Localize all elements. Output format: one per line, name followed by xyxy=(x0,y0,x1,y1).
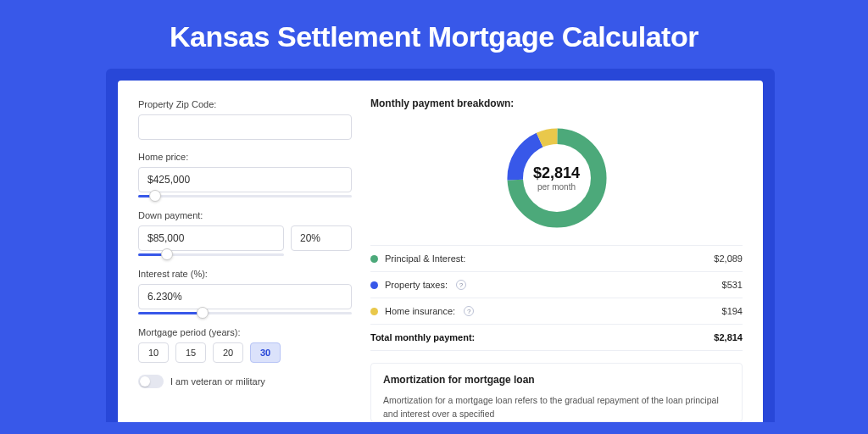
zip-input[interactable] xyxy=(138,114,352,140)
legend-total-label: Total monthly payment: xyxy=(370,332,475,342)
veteran-toggle[interactable] xyxy=(138,375,164,388)
breakdown-title: Monthly payment breakdown: xyxy=(370,97,743,109)
donut-chart-area: $2,814 per month xyxy=(370,120,743,245)
period-option-15[interactable]: 15 xyxy=(175,342,206,363)
legend-value: $2,089 xyxy=(714,253,743,264)
donut-center-sub: per month xyxy=(537,182,576,192)
page-title: Kansas Settlement Mortgage Calculator xyxy=(0,0,868,69)
form-panel: Property Zip Code: Home price: Down paym… xyxy=(138,97,352,422)
legend-row-taxes: Property taxes: ? $531 xyxy=(370,272,743,298)
home-price-label: Home price: xyxy=(138,152,352,162)
amortization-text: Amortization for a mortgage loan refers … xyxy=(383,394,730,421)
down-payment-slider[interactable] xyxy=(138,250,284,262)
legend-row-principal: Principal & Interest: $2,089 xyxy=(370,246,743,272)
period-label: Mortgage period (years): xyxy=(138,327,352,337)
interest-rate-input[interactable] xyxy=(138,284,352,309)
info-icon[interactable]: ? xyxy=(464,306,474,316)
legend-label: Principal & Interest: xyxy=(385,253,465,264)
donut-chart: $2,814 per month xyxy=(502,123,612,233)
calculator-frame: Property Zip Code: Home price: Down paym… xyxy=(106,69,775,422)
legend-total-value: $2,814 xyxy=(714,332,743,342)
amortization-section: Amortization for mortgage loan Amortizat… xyxy=(370,363,743,422)
veteran-label: I am veteran or military xyxy=(170,376,265,387)
legend-row-total: Total monthly payment: $2,814 xyxy=(370,325,743,351)
period-option-30[interactable]: 30 xyxy=(250,342,281,363)
breakdown-panel: Monthly payment breakdown: $2,814 per mo… xyxy=(352,97,743,422)
period-options: 10 15 20 30 xyxy=(138,342,352,363)
down-payment-amount-input[interactable] xyxy=(138,225,284,251)
period-option-10[interactable]: 10 xyxy=(138,342,169,363)
legend-value: $531 xyxy=(722,280,743,290)
dot-icon xyxy=(370,255,378,263)
period-option-20[interactable]: 20 xyxy=(213,342,243,363)
dot-icon xyxy=(370,308,378,315)
amortization-title: Amortization for mortgage loan xyxy=(383,374,730,386)
dot-icon xyxy=(370,281,378,289)
interest-rate-slider[interactable] xyxy=(138,309,352,320)
legend-value: $194 xyxy=(722,306,743,316)
donut-center-value: $2,814 xyxy=(533,164,580,182)
zip-label: Property Zip Code: xyxy=(138,99,352,109)
legend-label: Home insurance: xyxy=(385,306,455,316)
legend-label: Property taxes: xyxy=(385,280,448,290)
down-payment-percent-input[interactable] xyxy=(291,225,352,251)
home-price-slider[interactable] xyxy=(138,192,352,203)
legend-row-insurance: Home insurance: ? $194 xyxy=(370,298,743,325)
home-price-input[interactable] xyxy=(138,167,352,192)
calculator-card: Property Zip Code: Home price: Down paym… xyxy=(118,81,763,422)
down-payment-label: Down payment: xyxy=(138,210,352,220)
breakdown-legend: Principal & Interest: $2,089 Property ta… xyxy=(370,245,743,351)
info-icon[interactable]: ? xyxy=(456,280,466,290)
interest-rate-label: Interest rate (%): xyxy=(138,269,352,279)
